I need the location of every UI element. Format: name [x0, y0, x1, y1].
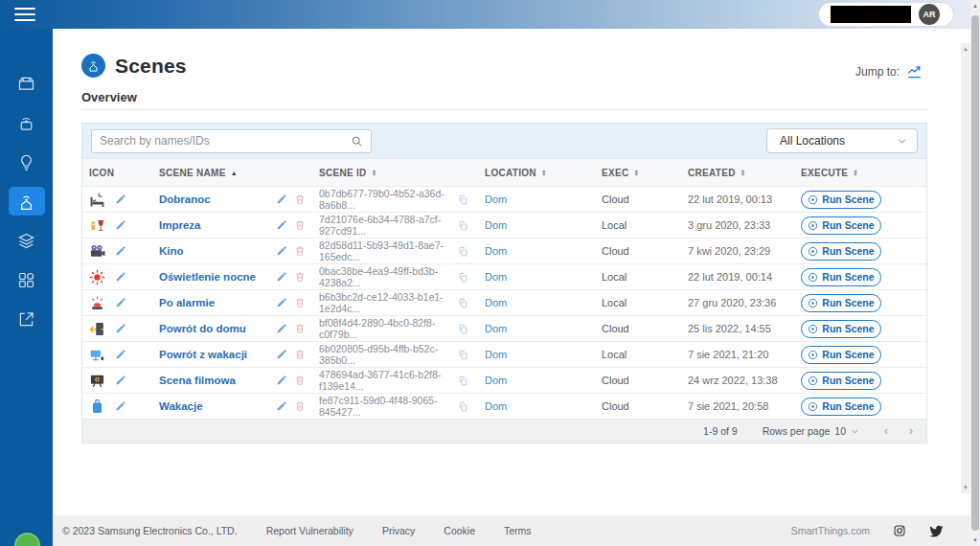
footer-link-report-vulnerability[interactable]: Report Vulnerability [266, 525, 353, 536]
edit-icon-pencil[interactable] [115, 245, 126, 257]
edit-icon-pencil[interactable] [115, 297, 126, 308]
run-scene-button[interactable]: Run Scene [801, 398, 881, 416]
copy-icon[interactable] [458, 298, 468, 308]
delete-scene-icon[interactable] [294, 297, 306, 308]
location-link[interactable]: Dom [485, 219, 507, 231]
scene-name-link[interactable]: Powrót z wakacji [159, 349, 247, 360]
scene-name-link[interactable]: Wakacje [159, 400, 203, 412]
location-link[interactable]: Dom [485, 400, 507, 412]
footer-link-terms[interactable]: Terms [504, 525, 532, 536]
rows-per-page-select[interactable]: Rows per page 10 [763, 425, 859, 437]
prev-page-button[interactable]: ‹ [884, 424, 888, 438]
content-scrollbar[interactable]: ▲ ▼ [961, 43, 970, 493]
run-scene-button[interactable]: Run Scene [801, 191, 881, 209]
edit-scene-icon[interactable] [276, 400, 287, 412]
edit-icon-pencil[interactable] [115, 375, 126, 386]
sidebar-item-apps[interactable] [9, 265, 45, 294]
run-scene-button[interactable]: Run Scene [801, 268, 881, 286]
delete-scene-icon[interactable] [294, 245, 306, 257]
sidebar-item-devices[interactable] [9, 69, 45, 98]
copy-icon[interactable] [458, 401, 468, 412]
edit-icon-pencil[interactable] [115, 400, 126, 412]
location-link[interactable]: Dom [485, 349, 507, 360]
scene-name-link[interactable]: Kino [159, 245, 184, 257]
column-header-scene-id[interactable]: SCENE ID▲▼ [312, 168, 478, 178]
footer-link-cookie[interactable]: Cookie [444, 525, 475, 536]
edit-icon-pencil[interactable] [115, 323, 126, 334]
location-link[interactable]: Dom [485, 375, 507, 386]
run-scene-button[interactable]: Run Scene [801, 294, 881, 312]
table-row: Impreza 7d21076e-6b34-4788-a7cf-927cd91.… [82, 212, 926, 238]
sidebar-item-scenes[interactable] [9, 187, 45, 216]
sidebar-item-hubs[interactable] [9, 108, 45, 137]
edit-icon-pencil[interactable] [115, 349, 126, 360]
scene-name-link[interactable]: Impreza [159, 219, 200, 231]
edit-icon-pencil[interactable] [115, 271, 126, 283]
scene-name-link[interactable]: Scena filmowa [159, 375, 236, 386]
sidebar-item-external[interactable] [9, 305, 45, 333]
column-header-scene-name[interactable]: SCENE NAME▲ [152, 168, 312, 178]
copy-icon[interactable] [458, 350, 468, 360]
user-account-pill[interactable]: AR [818, 2, 954, 27]
column-header-icon[interactable]: ICON [82, 168, 152, 178]
run-scene-button[interactable]: Run Scene [801, 216, 881, 235]
location-link[interactable]: Dom [485, 193, 507, 205]
window-scrollbar[interactable]: ▲ ▼ [970, 0, 980, 546]
avatar[interactable]: AR [919, 4, 940, 25]
scene-name-link[interactable]: Po alarmie [159, 297, 215, 308]
chart-jump-icon[interactable] [906, 63, 923, 80]
delete-scene-icon[interactable] [294, 219, 306, 231]
location-link[interactable]: Dom [485, 297, 507, 308]
location-filter-select[interactable]: All Locations [766, 128, 918, 153]
edit-scene-icon[interactable] [276, 323, 287, 334]
delete-scene-icon[interactable] [294, 349, 306, 360]
table-row: Po alarmie b6b3bc2d-ce12-4033-b1e1-1e2d4… [82, 289, 926, 315]
column-header-exec[interactable]: EXEC▲▼ [595, 168, 681, 178]
run-scene-button[interactable]: Run Scene [801, 320, 881, 338]
run-scene-button[interactable]: Run Scene [801, 346, 881, 364]
edit-icon-pencil[interactable] [115, 219, 126, 231]
search-icon[interactable] [351, 135, 363, 148]
twitter-icon[interactable] [929, 524, 944, 538]
sidebar-item-automations[interactable] [9, 148, 45, 176]
delete-scene-icon[interactable] [294, 400, 306, 412]
edit-scene-icon[interactable] [276, 271, 287, 283]
edit-scene-icon[interactable] [276, 245, 287, 257]
scene-name-link[interactable]: Dobranoc [159, 193, 211, 205]
delete-scene-icon[interactable] [294, 271, 306, 283]
scene-name-link[interactable]: Powrót do domu [159, 323, 246, 334]
edit-scene-icon[interactable] [276, 297, 287, 308]
smartthings-site-link[interactable]: SmartThings.com [791, 525, 870, 536]
copy-icon[interactable] [458, 375, 468, 386]
instagram-icon[interactable] [893, 524, 906, 537]
delete-scene-icon[interactable] [294, 375, 306, 386]
delete-scene-icon[interactable] [294, 323, 306, 334]
exec-value: Cloud [595, 323, 681, 334]
next-page-button[interactable]: › [909, 424, 913, 438]
footer-link-privacy[interactable]: Privacy [382, 525, 415, 536]
delete-scene-icon[interactable] [294, 193, 306, 205]
scene-name-link[interactable]: Oświetlenie nocne [159, 271, 256, 283]
run-scene-button[interactable]: Run Scene [801, 372, 881, 390]
search-input[interactable] [100, 134, 345, 148]
copy-icon[interactable] [458, 272, 468, 283]
edit-scene-icon[interactable] [276, 219, 287, 231]
scrollbar-thumb[interactable] [971, 15, 979, 531]
copy-icon[interactable] [458, 194, 468, 205]
run-scene-button[interactable]: Run Scene [801, 242, 881, 261]
edit-scene-icon[interactable] [276, 193, 287, 205]
column-header-location[interactable]: LOCATION▲▼ [478, 168, 595, 178]
edit-scene-icon[interactable] [276, 375, 287, 386]
location-link[interactable]: Dom [485, 245, 507, 257]
copy-icon[interactable] [458, 220, 468, 231]
copy-icon[interactable] [458, 246, 468, 257]
column-header-execute[interactable]: EXECUTE▲▼ [794, 168, 926, 178]
hamburger-menu-icon[interactable] [14, 8, 35, 21]
edit-scene-icon[interactable] [276, 349, 287, 360]
sidebar-item-layers[interactable] [9, 226, 45, 255]
copy-icon[interactable] [458, 324, 468, 334]
edit-icon-pencil[interactable] [115, 193, 126, 205]
location-link[interactable]: Dom [485, 271, 507, 283]
column-header-created[interactable]: CREATED▲▼ [681, 168, 794, 178]
location-link[interactable]: Dom [485, 323, 507, 334]
